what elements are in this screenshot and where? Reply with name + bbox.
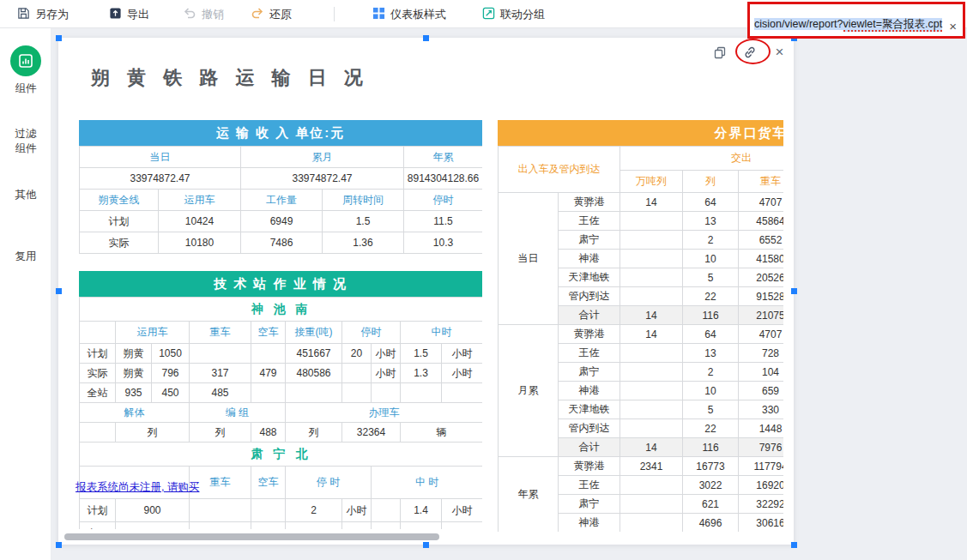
table-cell [620, 344, 683, 363]
sidebar-item-other[interactable]: 其他 [0, 188, 51, 202]
table-cell: 479 [251, 364, 286, 383]
table-cell: 659 [739, 382, 784, 400]
table-cell: 317 [190, 364, 251, 383]
table-cell: 朔黄 [116, 344, 152, 364]
table-cell [372, 522, 401, 530]
dashboard-style-label: 仪表板样式 [390, 7, 446, 22]
table-cell: 64 [683, 325, 739, 344]
url-text: cision/view/report?viewlet=聚合报表.cpt [754, 17, 942, 32]
table-cell: 小时 [442, 499, 483, 522]
table-cell [190, 344, 251, 364]
table-cell: 累月 [241, 147, 404, 168]
table-cell: 黄骅港 [559, 325, 620, 344]
register-link[interactable]: 报表系统尚未注册, 请购买 [76, 480, 199, 495]
sidebar-item-component[interactable]: 组件 [0, 81, 51, 96]
selection-handle-sw[interactable] [56, 542, 62, 548]
table-cell [620, 400, 683, 419]
dashboard-canvas[interactable]: 朔 黄 铁 路 运 输 日 况 × 运 输 收 入 单位:元 当日累月年累339… [51, 28, 967, 560]
table-cell: 14 [620, 306, 683, 325]
table-cell: 64 [683, 193, 739, 212]
table-cell: 肃宁 [559, 495, 620, 514]
widget-toolbar: × [712, 45, 787, 59]
table-cell [620, 514, 683, 533]
save-as-button[interactable]: 另存为 [17, 0, 69, 28]
table-cell: 天津地铁 [559, 268, 620, 287]
table-cell: 14 [620, 193, 683, 212]
table-cell [401, 383, 442, 403]
table-cell: 22 [683, 419, 739, 438]
table-cell: 列 [116, 423, 190, 443]
link-icon[interactable] [742, 45, 757, 59]
url-text-highlighted: viewlet=聚合报表.cpt [843, 18, 943, 32]
table-cell: 14 [620, 325, 683, 344]
selection-handle-e[interactable] [791, 288, 797, 294]
table-cell: 32364 [342, 423, 401, 443]
table-cell: 16920 [739, 476, 784, 495]
dashboard-style-icon [372, 7, 385, 22]
table-cell [116, 522, 190, 530]
table-cell: 6552 [739, 231, 784, 250]
table-cell [80, 423, 116, 443]
table-cell: 330 [739, 400, 784, 419]
table-cell: 运用车 [159, 190, 241, 211]
table-gap [79, 254, 482, 271]
table-cell: 2 [286, 499, 342, 522]
selection-handle-n[interactable] [423, 35, 429, 41]
table-cell: 2 [683, 231, 739, 250]
table-cell [80, 322, 116, 344]
dashboard-style-button[interactable]: 仪表板样式 [372, 0, 446, 28]
selection-handle-nw[interactable] [56, 35, 62, 41]
selection-handle-s[interactable] [423, 542, 429, 548]
table-cell: 全站 [80, 383, 116, 403]
table-cell: 空车 [251, 322, 286, 344]
table-cell: 33974872.47 [241, 168, 404, 190]
table-cell: 1.5 [401, 344, 442, 364]
table-cell: 5 [683, 400, 739, 419]
table-cell: 年累 [404, 147, 483, 168]
undo-icon [183, 7, 196, 21]
report-widget[interactable]: 朔 黄 铁 路 运 输 日 况 × 运 输 收 入 单位:元 当日累月年累339… [58, 38, 794, 545]
table-cell: 肃宁 [559, 363, 620, 382]
redo-button[interactable]: 还原 [251, 0, 292, 28]
table-cell: 停时 [342, 322, 401, 344]
close-icon[interactable]: × [772, 45, 787, 59]
sidebar-item-reuse[interactable]: 复用 [0, 250, 51, 264]
close-icon[interactable]: × [949, 20, 957, 33]
table-cell: 13 [683, 344, 739, 363]
save-as-label: 另存为 [35, 7, 69, 22]
table-cell [620, 231, 683, 250]
table-cell: 4707 [739, 193, 784, 212]
table-cell [620, 250, 683, 268]
export-button[interactable]: 导出 [109, 0, 149, 28]
table-cell: 解体 [80, 403, 190, 423]
table-cell: 小时 [442, 364, 483, 383]
table-cell: 神港 [559, 382, 620, 400]
boundary-table-area: 分界口货车 出入车及管内到达交出万吨列列重车当日黄骅港14644707王佐134… [498, 120, 783, 532]
table-cell: 运用车 [116, 322, 190, 344]
component-icon[interactable] [10, 45, 41, 76]
undo-label: 撤销 [202, 7, 224, 22]
table-cell: 621 [683, 495, 739, 514]
table-cell: 神 池 南 [80, 298, 483, 322]
table-cell: 中时 [401, 322, 483, 344]
undo-button[interactable]: 撤销 [183, 0, 224, 28]
table-cell: 104 [739, 363, 784, 382]
table-cell [286, 522, 342, 530]
url-input[interactable]: cision/view/report?viewlet=聚合报表.cpt × [750, 4, 963, 36]
selection-handle-w[interactable] [56, 288, 62, 294]
selection-handle-se[interactable] [791, 542, 797, 548]
table-cell: 交出 [620, 147, 784, 171]
table-cell: 900 [116, 499, 190, 522]
horizontal-scrollbar[interactable] [64, 533, 439, 540]
copy-icon[interactable] [712, 45, 727, 59]
table-cell [342, 364, 372, 383]
table-cell: 小时 [372, 364, 401, 383]
table-cell [190, 499, 251, 522]
sidebar-item-filter-component[interactable]: 过滤组件 [0, 127, 51, 156]
table-cell [620, 212, 683, 231]
table-cell: 神港 [559, 514, 620, 533]
left-sidebar: 组件 过滤组件 其他 复用 [0, 28, 51, 560]
table-cell: 116 [683, 306, 739, 325]
table-cell [372, 383, 401, 403]
linkage-group-button[interactable]: 联动分组 [482, 0, 545, 28]
